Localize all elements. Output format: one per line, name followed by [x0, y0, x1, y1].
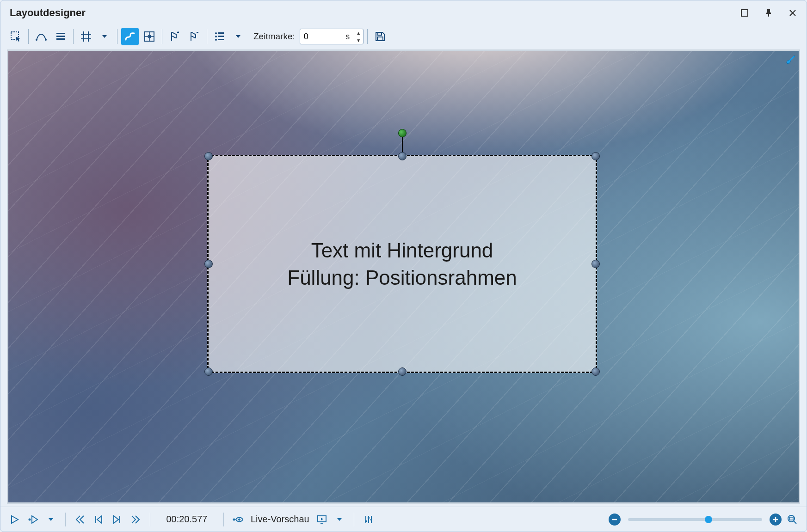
- chevron-down-icon: [101, 33, 108, 40]
- svg-rect-5: [56, 36, 65, 37]
- play-from-button[interactable]: [25, 512, 41, 527]
- select-tool-button[interactable]: [7, 28, 25, 45]
- curve-tool-button[interactable]: [32, 28, 50, 45]
- resize-handle-tl[interactable]: [204, 152, 213, 160]
- prev-frame-button[interactable]: [91, 512, 106, 527]
- eye-marker-icon: [232, 514, 244, 525]
- go-end-button[interactable]: [128, 512, 143, 527]
- play-icon: [10, 514, 20, 525]
- svg-point-2: [36, 39, 37, 41]
- close-button[interactable]: [787, 7, 798, 18]
- grid-dropdown-button[interactable]: [96, 28, 113, 45]
- grid-tool-button[interactable]: [77, 28, 95, 45]
- keyframe-remove-button[interactable]: [185, 28, 203, 45]
- spinner-down-button[interactable]: ▼: [354, 37, 363, 44]
- settings-sliders-button[interactable]: [361, 512, 376, 527]
- spinner-up-button[interactable]: ▲: [354, 29, 363, 37]
- preview-dropdown-button[interactable]: [332, 512, 347, 527]
- grid-crosshair-icon: [143, 31, 155, 43]
- align-lines-icon: [55, 31, 67, 43]
- sliders-icon: [363, 514, 374, 525]
- svg-point-9: [215, 32, 217, 34]
- play-button[interactable]: [7, 512, 23, 527]
- brush-corner-icon[interactable]: [785, 53, 797, 65]
- close-icon: [789, 9, 797, 17]
- play-marker-icon: [28, 514, 39, 525]
- footer-bar: 00:20.577 Live-Vorschau: [0, 507, 807, 532]
- text-line-2: Füllung: Positionsrahmen: [287, 264, 517, 291]
- zoom-in-button[interactable]: [770, 514, 782, 526]
- zoom-slider-thumb[interactable]: [705, 516, 712, 523]
- rotation-handle[interactable]: [398, 129, 407, 137]
- flag-plus-icon: [169, 31, 181, 43]
- selection-frame[interactable]: Text mit Hintergrund Füllung: Positionsr…: [207, 155, 597, 373]
- resize-handle-tr[interactable]: [591, 152, 600, 160]
- skip-end-icon: [130, 514, 141, 525]
- svg-rect-12: [218, 36, 224, 37]
- align-tool-button[interactable]: [52, 28, 69, 45]
- list-dropdown-button[interactable]: [229, 28, 247, 45]
- separator: [73, 29, 74, 44]
- timemark-input[interactable]: [300, 30, 342, 43]
- live-preview-label: Live-Vorschau: [251, 514, 309, 525]
- app-window: Layoutdesigner: [0, 0, 807, 532]
- svg-rect-15: [378, 32, 382, 35]
- pin-button[interactable]: [763, 7, 774, 18]
- svg-rect-25: [789, 517, 793, 520]
- svg-rect-23: [370, 519, 372, 520]
- text-line-1: Text mit Hintergrund: [311, 237, 493, 264]
- next-frame-button[interactable]: [109, 512, 125, 527]
- selection-icon: [10, 31, 22, 43]
- maximize-button[interactable]: [739, 7, 750, 18]
- svg-rect-6: [56, 38, 65, 40]
- resize-handle-ml[interactable]: [204, 260, 213, 268]
- zoom-slider[interactable]: [628, 518, 762, 521]
- resize-handle-tc[interactable]: [398, 152, 407, 160]
- svg-rect-16: [377, 37, 383, 41]
- preview-window-button[interactable]: [314, 512, 330, 527]
- zoom-fit-button[interactable]: [784, 512, 800, 527]
- save-button[interactable]: [371, 28, 389, 45]
- list-tool-button[interactable]: [211, 28, 228, 45]
- separator: [28, 29, 29, 44]
- chevron-down-icon: [48, 516, 54, 523]
- timecode-display: 00:20.577: [157, 514, 217, 525]
- svg-rect-0: [741, 10, 748, 16]
- live-preview-eye-button[interactable]: [230, 512, 246, 527]
- plus-icon: [772, 516, 779, 523]
- text-object[interactable]: Text mit Hintergrund Füllung: Positionsr…: [209, 156, 596, 372]
- svg-rect-22: [368, 517, 370, 519]
- camera-tool-button[interactable]: [141, 28, 158, 45]
- curve-icon: [35, 31, 47, 43]
- zoom-out-button[interactable]: [609, 514, 621, 526]
- resize-handle-bl[interactable]: [204, 367, 213, 376]
- toolbar: Zeitmarke: s ▲ ▼: [0, 24, 807, 49]
- svg-rect-10: [218, 32, 224, 34]
- step-forward-icon: [112, 514, 122, 525]
- canvas-area[interactable]: Text mit Hintergrund Füllung: Positionsr…: [7, 49, 800, 504]
- play-dropdown-button[interactable]: [43, 512, 59, 527]
- grid-icon: [80, 31, 92, 43]
- step-back-icon: [93, 514, 104, 525]
- svg-point-19: [238, 518, 240, 520]
- flag-minus-icon: [188, 31, 200, 43]
- titlebar: Layoutdesigner: [0, 0, 807, 24]
- path-tool-button[interactable]: [121, 28, 139, 45]
- svg-rect-4: [56, 33, 65, 34]
- window-title: Layoutdesigner: [10, 7, 86, 19]
- chevron-down-icon: [336, 516, 343, 523]
- separator: [150, 513, 150, 526]
- separator: [65, 513, 66, 526]
- resize-handle-br[interactable]: [591, 367, 600, 376]
- svg-point-24: [788, 515, 795, 522]
- svg-rect-21: [365, 520, 367, 522]
- resize-handle-bc[interactable]: [398, 367, 407, 376]
- resize-handle-mr[interactable]: [591, 260, 600, 268]
- keyframe-add-button[interactable]: [166, 28, 184, 45]
- separator: [354, 513, 354, 526]
- svg-rect-14: [218, 39, 224, 40]
- skip-start-icon: [75, 514, 85, 525]
- go-start-button[interactable]: [72, 512, 88, 527]
- magnify-fit-icon: [787, 514, 798, 525]
- timemark-label: Zeitmarke:: [253, 31, 295, 42]
